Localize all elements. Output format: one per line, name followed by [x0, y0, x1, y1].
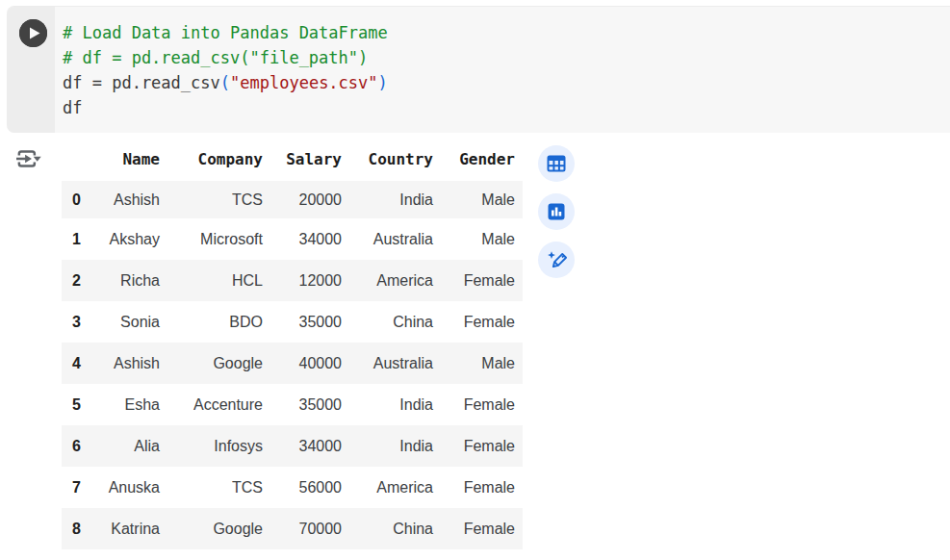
table-row: 8KatrinaGoogle70000ChinaFemale [62, 508, 523, 549]
dataframe-header-row: NameCompanySalaryCountryGender [62, 145, 523, 177]
table-cell: Female [433, 301, 523, 343]
cell-gutter [7, 7, 55, 133]
table-cell: Female [433, 508, 523, 549]
table-cell: TCS [160, 467, 263, 508]
table-cell: Accenture [160, 384, 263, 425]
table-cell: Australia [342, 343, 433, 384]
table-cell: India [342, 177, 433, 218]
table-row: 2RichaHCL12000AmericaFemale [62, 260, 523, 301]
table-cell: Male [433, 218, 523, 260]
table-cell: Female [433, 384, 523, 425]
interactive-table-icon [545, 152, 568, 175]
output-options-button[interactable] [11, 141, 45, 176]
table-cell: America [342, 260, 433, 301]
interactive-table-button[interactable] [538, 145, 575, 182]
table-cell: 40000 [263, 343, 342, 384]
table-cell: Female [433, 260, 523, 301]
column-header: Country [342, 145, 433, 177]
row-index: 2 [62, 260, 81, 301]
table-cell: Google [160, 343, 263, 384]
dataframe-toolbar [538, 145, 575, 278]
table-cell: 20000 [263, 177, 342, 218]
row-index: 5 [62, 384, 81, 425]
table-row: 4AshishGoogle40000AustraliaMale [62, 343, 523, 384]
generate-code-button[interactable] [538, 242, 575, 278]
generate-code-sparkle-pencil-icon [545, 248, 568, 271]
table-cell: Female [433, 467, 523, 508]
table-row: 1AkshayMicrosoft34000AustraliaMale [62, 218, 523, 260]
dataframe-table: NameCompanySalaryCountryGender 0AshishTC… [62, 145, 523, 549]
output-options-arrow-icon [13, 143, 43, 174]
table-row: 6AliaInfosys34000IndiaFemale [62, 425, 523, 467]
table-cell: TCS [160, 177, 263, 218]
table-cell: 35000 [263, 384, 342, 425]
row-index: 7 [62, 467, 81, 508]
table-cell: 12000 [263, 260, 342, 301]
code-line: # df = pd.read_csv("file_path") [63, 45, 388, 70]
code-line: # Load Data into Pandas DataFrame [63, 20, 388, 45]
table-cell: Sonia [81, 301, 160, 343]
code-line: df = pd.read_csv("employees.csv") [63, 70, 388, 95]
table-cell: Infosys [160, 425, 263, 467]
table-cell: 34000 [263, 218, 342, 260]
table-cell: 70000 [263, 508, 342, 549]
table-cell: 35000 [263, 301, 342, 343]
table-cell: Alia [81, 425, 160, 467]
play-icon [19, 19, 47, 47]
row-index: 8 [62, 508, 81, 549]
notebook-page: # Load Data into Pandas DataFrame# df = … [0, 0, 950, 560]
table-row: 3SoniaBDO35000ChinaFemale [62, 301, 523, 343]
table-cell: Katrina [81, 508, 160, 549]
row-index: 3 [62, 301, 81, 343]
table-cell: HCL [160, 260, 263, 301]
table-cell: Female [433, 425, 523, 467]
table-cell: 56000 [263, 467, 342, 508]
table-row: 0AshishTCS20000IndiaMale [62, 177, 523, 218]
table-row: 7AnuskaTCS56000AmericaFemale [62, 467, 523, 508]
table-cell: Male [433, 177, 523, 218]
suggested-charts-icon [545, 200, 568, 223]
run-cell-button[interactable] [19, 19, 47, 47]
suggested-charts-button[interactable] [538, 193, 575, 230]
column-header: Company [160, 145, 263, 177]
table-cell: BDO [160, 301, 263, 343]
row-index: 0 [62, 177, 81, 218]
table-cell: Ashish [81, 343, 160, 384]
row-index: 1 [62, 218, 81, 260]
table-cell: Richa [81, 260, 160, 301]
table-cell: Esha [81, 384, 160, 425]
table-cell: Male [433, 343, 523, 384]
index-column-header [62, 145, 81, 177]
table-cell: Ashish [81, 177, 160, 218]
table-cell: Google [160, 508, 263, 549]
column-header: Salary [263, 145, 342, 177]
code-editor[interactable]: # Load Data into Pandas DataFrame# df = … [63, 20, 388, 120]
column-header: Name [81, 145, 160, 177]
table-cell: India [342, 425, 433, 467]
table-cell: China [342, 508, 433, 549]
column-header: Gender [433, 145, 523, 177]
table-cell: India [342, 384, 433, 425]
row-index: 6 [62, 425, 81, 467]
code-line: df [63, 95, 388, 120]
table-cell: Microsoft [160, 218, 263, 260]
dataframe-body: 0AshishTCS20000IndiaMale1AkshayMicrosoft… [62, 177, 523, 549]
table-cell: Anuska [81, 467, 160, 508]
table-cell: America [342, 467, 433, 508]
table-cell: Akshay [81, 218, 160, 260]
table-row: 5EshaAccenture35000IndiaFemale [62, 384, 523, 425]
code-cell: # Load Data into Pandas DataFrame# df = … [7, 6, 950, 133]
row-index: 4 [62, 343, 81, 384]
table-cell: Australia [342, 218, 433, 260]
table-cell: China [342, 301, 433, 343]
table-cell: 34000 [263, 425, 342, 467]
